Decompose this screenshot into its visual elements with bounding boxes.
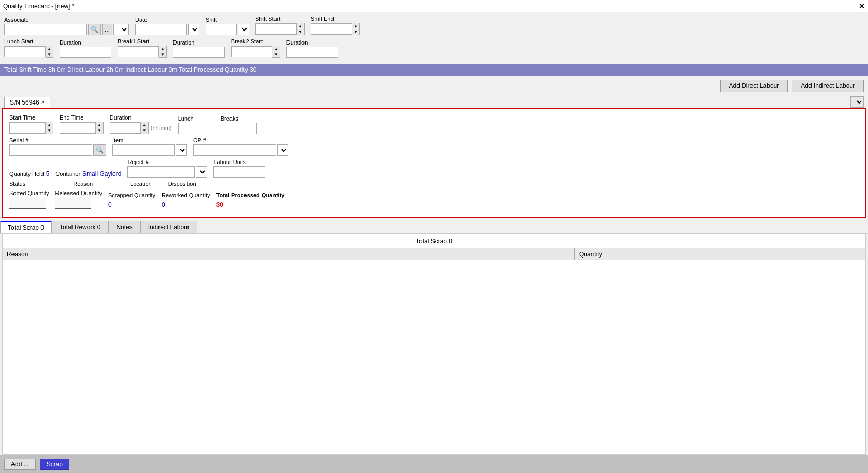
qty-held-label: Quantity Held — [9, 171, 44, 177]
tab-indirect-labour-label: Indirect Labour — [148, 224, 190, 231]
shift-start-spinner[interactable]: ▲ ▼ — [297, 23, 305, 35]
add-button[interactable]: Add ... — [4, 459, 36, 470]
break1-start-up[interactable]: ▲ — [159, 46, 166, 52]
break1-duration-group: Duration _10 minutes — [173, 39, 225, 58]
break2-start-spinner[interactable]: ▲ ▼ — [272, 46, 280, 58]
associate-dropdown[interactable] — [113, 24, 129, 35]
break1-duration-input[interactable]: _10 minutes — [173, 47, 225, 58]
op-input[interactable]: 20 — [193, 144, 276, 156]
start-time-down[interactable]: ▼ — [46, 128, 53, 134]
break1-start-spinner[interactable]: ▲ ▼ — [159, 46, 167, 58]
add-indirect-labour-button[interactable]: Add Indirect Labour — [792, 80, 864, 92]
break2-start-label: Break2 Start — [231, 38, 280, 45]
total-processed-value: 30 — [216, 199, 285, 209]
lunch-start-group: Lunch Start 12:00 PM ▲ ▼ — [4, 38, 53, 58]
detail-panel: Start Time ▲ ▼ End Time ▲ — [2, 108, 866, 218]
end-time-input[interactable] — [60, 122, 96, 134]
start-time-spinner[interactable]: ▲ ▼ — [46, 122, 53, 134]
lunch-start-spinner[interactable]: ▲ ▼ — [46, 46, 53, 58]
associate-extra-button[interactable]: ... — [102, 24, 112, 35]
container-block: Container Small Gaylord — [55, 170, 121, 178]
shift-start-input[interactable]: 07:00 AM — [255, 23, 297, 35]
break2-start-down[interactable]: ▼ — [272, 52, 280, 57]
sn-tab-close[interactable]: × — [41, 99, 45, 105]
shift-end-input[interactable]: 03:00 PM — [311, 23, 352, 35]
reason-label: Reason — [73, 181, 93, 187]
reject-dropdown[interactable] — [196, 166, 207, 178]
lunch-start-down[interactable]: ▼ — [46, 52, 53, 57]
sn-tab-dropdown[interactable] — [850, 96, 864, 108]
lunch-duration-group: Duration _20 minutes — [60, 39, 111, 58]
sn-tab[interactable]: S/N 56946 × — [4, 97, 50, 108]
tab-total-scrap[interactable]: Total Scrap 0 — [0, 221, 52, 233]
break2-start-up[interactable]: ▲ — [272, 46, 280, 52]
start-time-input[interactable] — [9, 122, 46, 134]
released-qty-label: Released Quantity — [55, 190, 102, 196]
duration-input[interactable]: 02:00 — [110, 122, 141, 134]
duration-down[interactable]: ▼ — [141, 128, 148, 134]
date-group: Date 2017-07-25 — [135, 17, 199, 35]
reject-input[interactable]: 2016-1001 — [127, 166, 195, 178]
container-value[interactable]: Small Gaylord — [82, 170, 121, 178]
break2-duration-input[interactable]: _10 minutes — [286, 47, 338, 58]
tab-notes[interactable]: Notes — [108, 221, 140, 233]
scrap-button[interactable]: Scrap — [40, 459, 69, 470]
op-label: OP # — [193, 137, 288, 143]
reworked-qty-group: Reworked Quantity 0 — [162, 192, 210, 209]
break2-start-group: Break2 Start 10:00 AM ▲ ▼ — [231, 38, 280, 58]
sn-tab-label: S/N 56946 — [10, 99, 39, 106]
time-row: Start Time ▲ ▼ End Time ▲ — [9, 114, 859, 134]
end-time-down[interactable]: ▼ — [96, 128, 103, 134]
associate-search-button[interactable]: 🔍 — [88, 24, 101, 35]
lunch-start-input[interactable]: 12:00 PM — [4, 46, 46, 57]
add-direct-labour-button[interactable]: Add Direct Labour — [720, 80, 788, 92]
duration-spinner[interactable]: ▲ ▼ — [141, 122, 149, 134]
released-qty-input[interactable]: 20 — [55, 197, 91, 209]
breaks-input[interactable]: __0 m — [221, 123, 257, 134]
col-quantity: Quantity — [575, 248, 865, 260]
serial-search-button[interactable]: 🔍 — [93, 144, 106, 156]
serial-label: Serial # — [9, 137, 106, 143]
shift-input[interactable]: 1st — [206, 24, 237, 35]
break1-duration-label: Duration — [173, 39, 225, 46]
location-label: Location — [130, 181, 152, 187]
op-dropdown[interactable] — [277, 144, 288, 156]
lunch-duration-input[interactable]: _20 minutes — [60, 47, 111, 58]
close-button[interactable]: ✕ — [859, 2, 865, 10]
item-label: Item — [112, 137, 187, 143]
serial-input[interactable]: 56946 — [9, 144, 92, 156]
start-time-up[interactable]: ▲ — [46, 122, 53, 128]
lunch-start-up[interactable]: ▲ — [46, 46, 53, 52]
break1-start-down[interactable]: ▼ — [159, 52, 166, 57]
item-input[interactable]: 000001 H — [112, 144, 175, 156]
status-block: Status — [9, 181, 25, 187]
item-dropdown[interactable] — [176, 144, 187, 156]
end-time-up[interactable]: ▲ — [96, 122, 103, 128]
break1-start-input[interactable]: 09:00 AM — [118, 46, 159, 57]
breaks-group: Breaks __0 m — [221, 115, 257, 134]
tab-indirect-labour[interactable]: Indirect Labour — [140, 221, 197, 233]
date-input[interactable]: 2017-07-25 — [135, 24, 187, 35]
associate-input[interactable]: Hailey Brocker — [4, 24, 87, 35]
shift-dropdown[interactable] — [238, 24, 249, 35]
labour-units-input[interactable]: ________10 — [213, 166, 265, 178]
associate-label: Associate — [4, 17, 129, 23]
bottom-tabs: Total Scrap 0 Total Rework 0 Notes Indir… — [0, 221, 868, 234]
shift-end-up[interactable]: ▲ — [352, 23, 359, 29]
lunch-input[interactable]: __0 m — [178, 123, 214, 134]
end-time-spinner[interactable]: ▲ ▼ — [96, 122, 104, 134]
date-dropdown[interactable] — [188, 24, 199, 35]
duration-up[interactable]: ▲ — [141, 122, 148, 128]
scrap-total-header: Total Scrap 0 — [3, 234, 865, 248]
break1-start-group: Break1 Start 09:00 AM ▲ ▼ — [118, 38, 167, 58]
shift-start-down[interactable]: ▼ — [297, 29, 304, 35]
shift-start-up[interactable]: ▲ — [297, 23, 304, 29]
lunch-duration-label: Duration — [60, 39, 111, 46]
tab-total-rework[interactable]: Total Rework 0 — [52, 221, 108, 233]
break2-start-input[interactable]: 10:00 AM — [231, 46, 272, 57]
op-group: OP # 20 — [193, 137, 288, 156]
item-group: Item 000001 H — [112, 137, 187, 156]
sorted-qty-input[interactable]: 10 — [9, 197, 46, 209]
shift-end-down[interactable]: ▼ — [352, 29, 359, 35]
shift-end-spinner[interactable]: ▲ ▼ — [352, 23, 360, 35]
